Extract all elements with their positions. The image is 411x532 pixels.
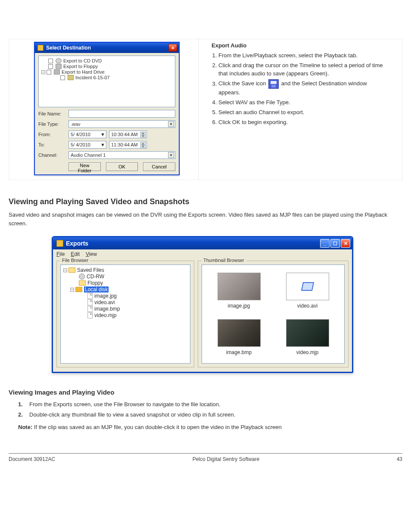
tree-item-floppy[interactable]: Export to Floppy [63,64,98,69]
step-2: Click and drag the cursor on the Timelin… [218,62,389,78]
chevron-down-icon[interactable]: ▼ [168,152,174,158]
thumbnail-grid: image.jpg video.avi image.bmp video [202,264,345,364]
filetype-select[interactable]: .wav ▼ [68,120,175,128]
chevron-down-icon[interactable]: ▼ [168,121,174,127]
thumbnail-item[interactable]: video.mjp [286,319,329,355]
tree-item-hd[interactable]: Export to Hard Drive [62,69,105,75]
spinner-up-icon[interactable]: ▲ [140,142,146,145]
save-icon [268,79,279,89]
tree-local-selected[interactable]: Local disk [84,286,109,292]
thumbnail-image [218,319,261,347]
from-date-value: 5/ 4/2010 [71,132,90,137]
tree-item-incident[interactable]: Incident 6-15-07 [75,75,110,80]
step-3-text: Click the Save icon [218,81,266,87]
file-browser-group: File Browser −Saved Files CD-RW Floppy −… [56,261,194,367]
video-icon [301,282,314,291]
file-browser-tree[interactable]: −Saved Files CD-RW Floppy −Local disk im… [60,264,190,364]
thumbnail-browser-group: Thumbnail Browser image.jpg video.avi [198,261,349,367]
from-time-value: 10:30:44 AM [111,132,138,137]
destination-tree[interactable]: Export to CD DVD Export to Floppy −Expor… [38,56,175,107]
from-time-spinner[interactable]: 10:30:44 AM ▲▼ [109,131,147,138]
menu-view[interactable]: View [86,251,97,257]
step-5: Select an audio Channel to export. [218,109,389,117]
to-time-spinner[interactable]: 11:30:44 AM ▲▼ [109,141,147,149]
spinner-down-icon[interactable]: ▼ [140,135,146,137]
filetype-value: .wav [71,121,81,127]
view-step-2: Double-click any thumbnail file to view … [29,411,235,419]
thumbnail-image [218,273,261,300]
step-6: Click OK to begin exporting. [218,118,389,127]
tree-floppy[interactable]: Floppy [87,280,103,286]
thumbnail-label: image.jpg [227,303,250,309]
thumbnail-item[interactable]: image.jpg [218,273,261,309]
select-destination-dialog: Select Destination ✕ Export to CD DVD Ex… [34,42,180,175]
footer-center: Pelco Digital Sentry Software [193,456,259,462]
checkbox[interactable] [60,75,65,80]
step-1: From the Live/Playback screen, select th… [218,52,389,60]
tree-expander[interactable]: − [63,268,67,272]
tree-expander[interactable]: − [70,288,74,292]
file-item[interactable]: video.avi [94,299,115,305]
new-folder-button[interactable]: New Folder [68,162,101,171]
instructions-cell: Export Audio From the Live/Playback scre… [199,39,402,180]
label-from: From: [38,132,68,137]
spinner-up-icon[interactable]: ▲ [140,132,146,134]
from-date-picker[interactable]: 5/ 4/2010 ▼ [68,131,106,138]
thumbnail-label: video.avi [297,303,318,309]
chevron-down-icon[interactable]: ▼ [100,132,105,137]
exports-title-text: Exports [66,240,88,247]
maximize-icon[interactable]: ☐ [330,239,340,248]
dialog-titlebar[interactable]: Select Destination ✕ [35,43,179,53]
dialog-cell: Select Destination ✕ Export to CD DVD Ex… [9,39,199,180]
file-browser-legend: File Browser [60,258,90,263]
thumbnail-item[interactable]: image.bmp [218,319,261,355]
dialog-title: Select Destination [46,45,91,51]
checkbox[interactable] [48,59,53,63]
to-date-picker[interactable]: 5/ 4/2010 ▼ [68,141,106,149]
section-intro: Saved video and snapshot images can be v… [9,211,402,227]
file-item[interactable]: image.bmp [94,306,120,312]
section-heading-viewing-images: Viewing Images and Playing Video [9,389,402,396]
page-footer: Document 30912AC Pelco Digital Sentry So… [9,453,402,462]
close-icon[interactable]: ✕ [168,44,177,52]
menu-file[interactable]: File [56,251,65,257]
checkbox[interactable] [47,70,51,75]
to-time-value: 11:30:44 AM [111,142,138,147]
menu-edit[interactable]: Edit [71,251,80,257]
tree-root[interactable]: Saved Files [77,267,104,273]
ok-button[interactable]: OK [106,162,138,171]
view-step-1: From the Exports screen, use the File Br… [29,400,221,409]
thumbnail-label: image.bmp [226,349,252,355]
folder-icon [68,268,75,273]
file-icon [87,306,93,312]
checkbox[interactable] [48,64,53,69]
folder-icon [79,280,86,286]
section-heading-viewing-saved: Viewing and Playing Saved Video and Snap… [9,197,402,206]
note-text: If the clip was saved as an MJP file, yo… [34,424,282,430]
channel-select[interactable]: Audio Channel 1 ▼ [68,151,175,159]
cancel-button[interactable]: Cancel [143,162,175,171]
minimize-icon[interactable]: _ [320,239,330,248]
tree-cdrw[interactable]: CD-RW [87,274,104,280]
folder-icon [68,75,74,80]
file-item[interactable]: image.jpg [94,293,117,299]
label-filetype: File Type: [38,121,68,127]
tree-expander[interactable]: − [41,70,45,74]
disc-icon [79,274,85,280]
spinner-down-icon[interactable]: ▼ [140,145,146,148]
step-3: Click the Save icon and the Select Desti… [218,79,389,97]
instructions-header: Export Audio [212,42,389,50]
folder-open-icon [75,287,82,292]
exports-titlebar[interactable]: Exports _ ☐ ✕ [53,237,352,249]
dialog-icon [37,45,44,51]
chevron-down-icon[interactable]: ▼ [100,142,105,147]
thumbnail-item[interactable]: video.avi [286,273,329,309]
footer-right: 43 [397,456,402,462]
close-icon[interactable]: ✕ [341,239,350,248]
file-item[interactable]: video.mjp [94,312,116,318]
file-icon [87,312,93,318]
top-grid: Select Destination ✕ Export to CD DVD Ex… [9,39,402,180]
tree-item-cd[interactable]: Export to CD DVD [63,58,102,63]
to-date-value: 5/ 4/2010 [71,142,90,147]
filename-input[interactable] [68,110,175,118]
